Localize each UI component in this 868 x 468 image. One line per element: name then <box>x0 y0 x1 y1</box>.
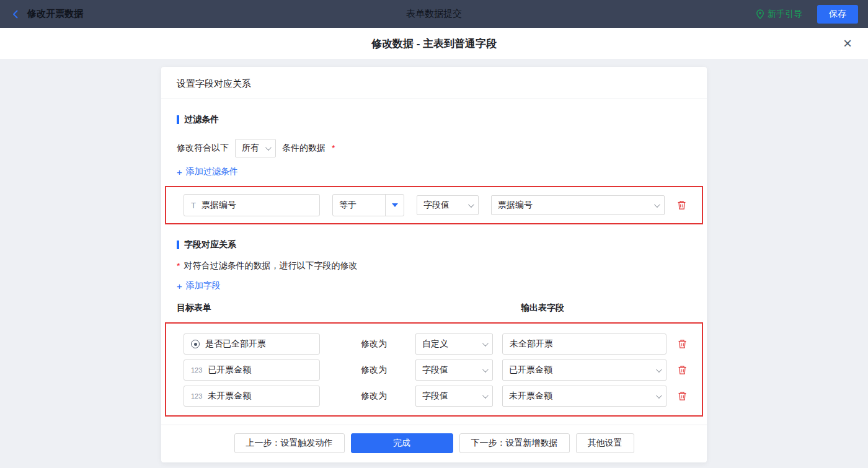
mapping-section-title: 字段对应关系 <box>177 239 691 250</box>
condition-suffix: 条件的数据 <box>282 143 326 154</box>
chevron-down-icon <box>654 201 660 208</box>
delete-mapping-row-button[interactable] <box>678 365 687 375</box>
settings-card: 设置字段对应关系 过滤条件 修改符合以下 所有 条件的数据 * + 添加过滤条件 <box>161 67 707 462</box>
delete-mapping-row-button[interactable] <box>678 339 687 349</box>
dialog-footer: 上一步：设置触发动作 完成 下一步：设置新增数据 其他设置 <box>161 425 707 462</box>
filter-section-label: 过滤条件 <box>184 114 219 125</box>
chevron-down-icon <box>482 366 489 373</box>
value-type-select[interactable]: 字段值 <box>417 195 479 215</box>
operator-dropdown-button[interactable] <box>385 195 404 216</box>
chevron-left-icon <box>10 9 21 20</box>
match-mode-value: 所有 <box>242 143 259 154</box>
filter-section-title: 过滤条件 <box>177 114 691 125</box>
mapping-description: * 对符合过滤条件的数据，进行以下字段的修改 <box>177 260 691 272</box>
guide-link[interactable]: 新手引导 <box>756 9 802 20</box>
trash-icon <box>678 365 687 375</box>
delete-mapping-row-button[interactable] <box>678 391 687 401</box>
mapping-row: 是否已全部开票 修改为 自定义 未全部开票 <box>184 333 702 355</box>
target-field-input[interactable]: 123 未开票金额 <box>184 386 320 407</box>
mapping-row: 123 未开票金额 修改为 字段值 未开票金额 <box>184 386 702 407</box>
chevron-down-icon <box>468 201 474 208</box>
add-field-label: 添加字段 <box>186 280 221 291</box>
triangle-down-icon <box>392 203 398 207</box>
add-filter-label: 添加过滤条件 <box>186 166 238 177</box>
delete-filter-row-button[interactable] <box>677 200 686 210</box>
number-type-icon: 123 <box>191 366 202 374</box>
next-step-button[interactable]: 下一步：设置新增数据 <box>459 433 570 453</box>
custom-value-input[interactable]: 未全部开票 <box>502 333 666 355</box>
required-asterisk: * <box>332 143 335 153</box>
operator-select[interactable]: 等于 <box>333 195 385 216</box>
card-header-title: 设置字段对应关系 <box>161 67 707 99</box>
value-type-value: 字段值 <box>423 200 450 211</box>
prev-step-button[interactable]: 上一步：设置触发动作 <box>234 433 345 453</box>
radio-type-icon <box>191 340 200 348</box>
section-bar-icon <box>177 115 179 124</box>
chevron-down-icon <box>656 366 662 373</box>
modify-label: 修改为 <box>361 338 388 350</box>
number-type-icon: 123 <box>191 392 202 400</box>
topbar-center-title: 表单数据提交 <box>406 8 462 20</box>
target-field-input[interactable]: 是否已全部开票 <box>184 333 320 355</box>
add-filter-link[interactable]: + 添加过滤条件 <box>177 166 691 177</box>
topbar: 修改开票数据 表单数据提交 新手引导 保存 <box>0 0 868 28</box>
trash-icon <box>677 200 686 210</box>
map-pin-icon <box>756 9 764 19</box>
condition-prefix: 修改符合以下 <box>177 143 229 154</box>
chevron-down-icon <box>482 392 489 399</box>
operator-control: 等于 <box>332 194 404 216</box>
output-field-value: 已开票金额 <box>509 364 552 376</box>
filter-field-value: 票据编号 <box>202 200 236 211</box>
modify-type-select[interactable]: 字段值 <box>415 360 493 381</box>
mapping-section-label: 字段对应关系 <box>184 239 236 250</box>
column-header-target: 目标表单 <box>177 302 211 312</box>
mapping-description-text: 对符合过滤条件的数据，进行以下字段的修改 <box>184 260 357 272</box>
section-bar-icon <box>177 241 179 249</box>
filter-field-input[interactable]: T 票据编号 <box>184 194 320 216</box>
filter-value-select[interactable]: 票据编号 <box>491 195 665 215</box>
other-settings-button[interactable]: 其他设置 <box>576 433 634 453</box>
trash-icon <box>678 339 687 349</box>
match-mode-select[interactable]: 所有 <box>235 139 276 157</box>
modify-type-value: 字段值 <box>422 391 448 402</box>
plus-icon: + <box>177 167 182 177</box>
output-field-select[interactable]: 未开票金额 <box>502 386 666 407</box>
modify-type-value: 字段值 <box>422 364 448 376</box>
back-button[interactable] <box>10 9 21 20</box>
chevron-down-icon <box>482 340 489 347</box>
text-type-icon: T <box>191 201 196 210</box>
target-field-value: 已开票金额 <box>208 364 251 376</box>
target-field-input[interactable]: 123 已开票金额 <box>184 360 320 381</box>
guide-label: 新手引导 <box>768 9 802 20</box>
modify-label: 修改为 <box>361 364 388 376</box>
custom-value: 未全部开票 <box>510 338 553 350</box>
topbar-title: 修改开票数据 <box>27 8 83 20</box>
dialog-header: 修改数据 - 主表到普通字段 × <box>0 28 868 59</box>
close-button[interactable]: × <box>843 36 852 51</box>
filter-value: 票据编号 <box>498 200 533 211</box>
plus-icon: + <box>177 281 182 291</box>
modify-label: 修改为 <box>361 391 388 402</box>
output-field-select[interactable]: 已开票金额 <box>502 360 666 381</box>
modify-type-select[interactable]: 字段值 <box>415 386 493 407</box>
chevron-down-icon <box>265 144 272 151</box>
modify-type-select[interactable]: 自定义 <box>415 333 493 355</box>
done-button[interactable]: 完成 <box>351 433 453 453</box>
condition-line: 修改符合以下 所有 条件的数据 * <box>177 139 691 157</box>
dialog-title: 修改数据 - 主表到普通字段 <box>371 37 497 51</box>
target-field-value: 未开票金额 <box>208 391 251 402</box>
add-field-link[interactable]: + 添加字段 <box>177 280 691 291</box>
mapping-row: 123 已开票金额 修改为 字段值 已开票金额 <box>184 360 702 381</box>
mapping-highlight-box: 是否已全部开票 修改为 自定义 未全部开票 <box>165 322 703 417</box>
required-asterisk: * <box>177 261 180 271</box>
chevron-down-icon <box>656 392 662 399</box>
column-header-output: 输出表字段 <box>521 302 564 314</box>
trash-icon <box>678 391 687 401</box>
modify-type-value: 自定义 <box>422 338 448 350</box>
page: 修改开票数据 表单数据提交 新手引导 保存 修改数据 - 主表到普通字段 × 设… <box>0 0 868 468</box>
target-field-value: 是否已全部开票 <box>205 338 266 350</box>
output-field-value: 未开票金额 <box>509 391 552 402</box>
save-button[interactable]: 保存 <box>817 5 858 24</box>
column-headers: 目标表单 输出表字段 <box>177 302 691 314</box>
filter-highlight-box: T 票据编号 等于 字段值 票据编号 <box>165 186 703 224</box>
